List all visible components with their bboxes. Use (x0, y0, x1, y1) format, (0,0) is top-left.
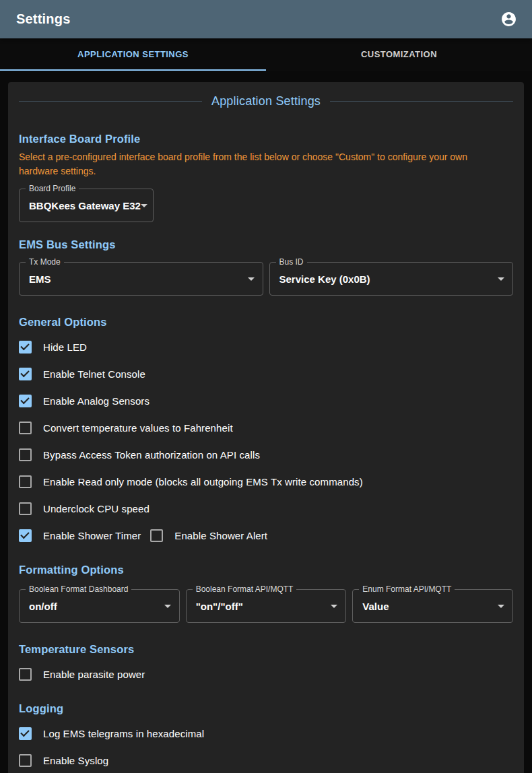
checkbox-row: Enable parasite power (19, 661, 513, 687)
checkbox-label: Enable Shower Alert (174, 530, 267, 541)
checkbox-enable-analog-sensors[interactable]: Enable Analog Sensors (19, 395, 149, 407)
checkbox-checked-icon (19, 341, 32, 354)
checkbox-checked-icon (19, 529, 32, 542)
boolean-format-dashboard-select[interactable]: Boolean Format Dashboard on/off (19, 589, 180, 623)
enum-format-api-select[interactable]: Enum Format API/MQTT Value (352, 589, 513, 623)
card-heading: Application Settings (19, 94, 513, 108)
boolean-format-api-select[interactable]: Boolean Format API/MQTT "on"/"off" (186, 589, 347, 623)
checkbox-read-only-mode[interactable]: Enable Read only mode (blocks all outgoi… (19, 475, 363, 488)
checkbox-label: Underclock CPU speed (43, 503, 149, 514)
checkbox-label: Enable parasite power (43, 669, 145, 680)
board-profile-label: Board Profile (26, 184, 79, 193)
checkbox-unchecked-icon (19, 422, 32, 434)
checkbox-row: Enable Telnet Console (19, 360, 513, 387)
boolean-format-dashboard-value: on/off (20, 601, 164, 612)
dropdown-arrow-icon (248, 277, 255, 281)
card-heading-text: Application Settings (202, 94, 330, 108)
dropdown-arrow-icon (498, 605, 504, 608)
checkbox-enable-shower-alert[interactable]: Enable Shower Alert (150, 529, 267, 542)
checkbox-label: Enable Syslog (43, 755, 108, 766)
checkbox-unchecked-icon (19, 502, 32, 515)
interface-board-description: Select a pre-configured interface board … (19, 150, 504, 178)
divider-line-left (19, 101, 202, 102)
checkbox-label: Convert temperature values to Fahrenheit (43, 422, 233, 434)
checkbox-unchecked-icon (19, 475, 32, 488)
checkbox-row: Enable Analog Sensors (19, 387, 513, 414)
divider-line-right (330, 101, 513, 102)
checkbox-label: Log EMS telegrams in hexadecimal (43, 728, 204, 739)
account-button[interactable] (499, 10, 518, 29)
temperature-sensors-list: Enable parasite power (19, 661, 513, 687)
checkbox-hide-led[interactable]: Hide LED (19, 341, 87, 354)
page-title: Settings (16, 11, 499, 27)
tx-mode-value: EMS (20, 273, 248, 285)
checkbox-unchecked-icon (19, 668, 32, 681)
checkbox-enable-parasite-power[interactable]: Enable parasite power (19, 668, 145, 681)
dropdown-arrow-icon (331, 605, 337, 608)
checkbox-label: Hide LED (43, 341, 87, 353)
checkbox-label: Bypass Access Token authorization on API… (43, 449, 260, 461)
checkbox-enable-syslog[interactable]: Enable Syslog (19, 754, 108, 767)
bus-id-select[interactable]: Bus ID Service Key (0x0B) (269, 262, 514, 296)
settings-card: Application Settings Interface Board Pro… (8, 82, 524, 773)
checkbox-log-ems-hex[interactable]: Log EMS telegrams in hexadecimal (19, 727, 204, 740)
section-title-temperature-sensors: Temperature Sensors (19, 642, 513, 657)
checkbox-label: Enable Read only mode (blocks all outgoi… (43, 476, 363, 488)
checkbox-row-shower: Enable Shower Timer Enable Shower Alert (19, 522, 513, 549)
tx-mode-label: Tx Mode (26, 257, 64, 267)
section-title-logging: Logging (19, 701, 513, 716)
checkbox-unchecked-icon (19, 448, 32, 461)
section-title-formatting-options: Formatting Options (19, 562, 513, 577)
checkbox-unchecked-icon (19, 754, 32, 767)
bus-id-value: Service Key (0x0B) (270, 273, 498, 285)
tab-bar: APPLICATION SETTINGS CUSTOMIZATION (0, 38, 532, 71)
board-profile-select[interactable]: Board Profile BBQKees Gateway E32 (19, 189, 154, 222)
enum-format-api-value: Value (353, 601, 498, 612)
checkbox-enable-telnet-console[interactable]: Enable Telnet Console (19, 368, 145, 380)
checkbox-row: Enable Syslog (19, 747, 513, 773)
checkbox-unchecked-icon (150, 529, 163, 542)
section-title-ems-bus: EMS Bus Settings (19, 237, 513, 252)
checkbox-row: Enable Read only mode (blocks all outgoi… (19, 468, 513, 495)
checkbox-row: Hide LED (19, 333, 513, 360)
checkbox-convert-fahrenheit[interactable]: Convert temperature values to Fahrenheit (19, 422, 233, 434)
checkbox-bypass-access-token[interactable]: Bypass Access Token authorization on API… (19, 448, 260, 461)
dropdown-arrow-icon (164, 605, 171, 608)
dropdown-arrow-icon (498, 277, 504, 281)
section-title-interface-board: Interface Board Profile (19, 131, 513, 146)
general-options-list: Hide LED Enable Telnet Console Enable An… (19, 333, 513, 549)
checkbox-label: Enable Telnet Console (43, 368, 145, 380)
enum-format-api-label: Enum Format API/MQTT (359, 584, 455, 594)
section-title-general-options: General Options (19, 314, 513, 329)
ems-bus-fields: Tx Mode EMS Bus ID Service Key (0x0B) (19, 262, 513, 296)
checkbox-row: Log EMS telegrams in hexadecimal (19, 720, 513, 747)
tab-customization[interactable]: CUSTOMIZATION (266, 38, 532, 71)
app-bar: Settings (0, 0, 532, 38)
checkbox-checked-icon (19, 368, 32, 380)
boolean-format-dashboard-label: Boolean Format Dashboard (26, 584, 131, 594)
account-circle-icon (500, 11, 517, 28)
tx-mode-select[interactable]: Tx Mode EMS (19, 262, 263, 296)
checkbox-enable-shower-timer[interactable]: Enable Shower Timer (19, 529, 141, 542)
boolean-format-api-label: Boolean Format API/MQTT (193, 584, 297, 594)
checkbox-checked-icon (19, 395, 32, 407)
checkbox-row: Bypass Access Token authorization on API… (19, 441, 513, 468)
checkbox-underclock-cpu[interactable]: Underclock CPU speed (19, 502, 149, 515)
logging-list: Log EMS telegrams in hexadecimal Enable … (19, 720, 513, 773)
checkbox-label: Enable Analog Sensors (43, 395, 149, 407)
checkbox-row: Convert temperature values to Fahrenheit (19, 414, 513, 441)
boolean-format-api-value: "on"/"off" (187, 601, 331, 612)
tab-application-settings[interactable]: APPLICATION SETTINGS (0, 38, 266, 71)
formatting-fields: Boolean Format Dashboard on/off Boolean … (19, 589, 513, 623)
dropdown-arrow-icon (141, 204, 147, 207)
checkbox-checked-icon (19, 727, 32, 740)
board-profile-value: BBQKees Gateway E32 (20, 200, 141, 211)
checkbox-row: Underclock CPU speed (19, 495, 513, 522)
bus-id-label: Bus ID (276, 257, 307, 267)
checkbox-label: Enable Shower Timer (43, 530, 141, 541)
